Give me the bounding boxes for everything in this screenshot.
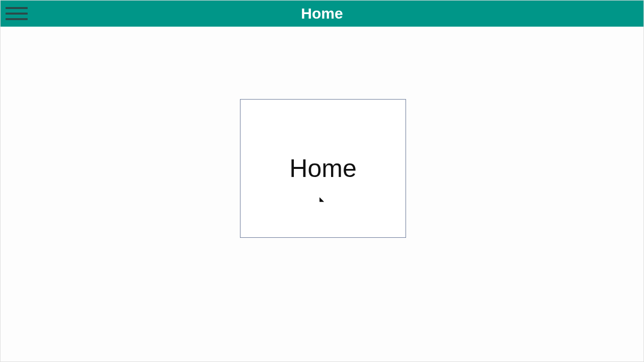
hamburger-line [6,7,28,9]
hamburger-line [6,18,28,20]
home-card[interactable]: Home [240,99,406,238]
hamburger-menu-icon[interactable] [4,5,30,22]
main-content: Home [1,27,643,238]
hamburger-line [6,13,28,15]
card-label: Home [289,154,356,183]
page-title: Home [301,5,343,22]
header-bar: Home [1,1,643,27]
